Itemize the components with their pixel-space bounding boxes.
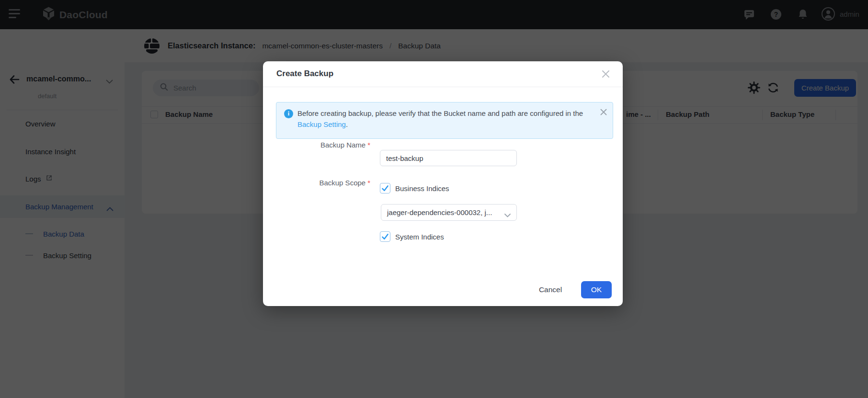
alert-message: Before creating backup, please verify th…	[297, 108, 600, 130]
business-indices-checkbox[interactable]	[380, 183, 390, 193]
business-indices-label[interactable]: Business Indices	[395, 184, 449, 193]
info-icon: i	[284, 109, 293, 118]
label-text: Backup Scope	[319, 179, 365, 187]
close-icon[interactable]	[602, 70, 610, 78]
required-asterisk: *	[367, 141, 370, 149]
alert-text-before: Before creating backup, please verify th…	[297, 109, 583, 117]
backup-name-label: Backup Name*	[269, 141, 370, 149]
backup-scope-label: Backup Scope*	[269, 179, 370, 187]
chevron-down-icon	[504, 211, 511, 215]
modal-title: Create Backup	[276, 69, 333, 79]
cancel-button[interactable]: Cancel	[530, 281, 571, 298]
backup-name-input[interactable]	[380, 150, 517, 166]
create-backup-modal: Create Backup i Before creating backup, …	[263, 61, 623, 306]
required-asterisk: *	[367, 179, 370, 187]
system-indices-checkbox[interactable]	[380, 231, 390, 242]
system-indices-label[interactable]: System Indices	[395, 233, 444, 241]
alert-text-after: .	[346, 120, 348, 128]
checkmark-icon	[381, 233, 389, 240]
indices-select[interactable]: jaeger-dependencies-000032, j...	[381, 204, 517, 221]
indices-select-value: jaeger-dependencies-000032, j...	[387, 208, 492, 216]
ok-button[interactable]: OK	[581, 281, 612, 298]
label-text: Backup Name	[320, 141, 365, 149]
checkmark-icon	[381, 184, 389, 192]
alert-close-icon[interactable]	[600, 109, 607, 115]
modal-header: Create Backup	[263, 61, 623, 87]
app-root: DaoCloud ?	[0, 0, 868, 398]
backup-setting-link[interactable]: Backup Setting	[297, 120, 346, 128]
info-alert: i Before creating backup, please verify …	[276, 102, 613, 139]
